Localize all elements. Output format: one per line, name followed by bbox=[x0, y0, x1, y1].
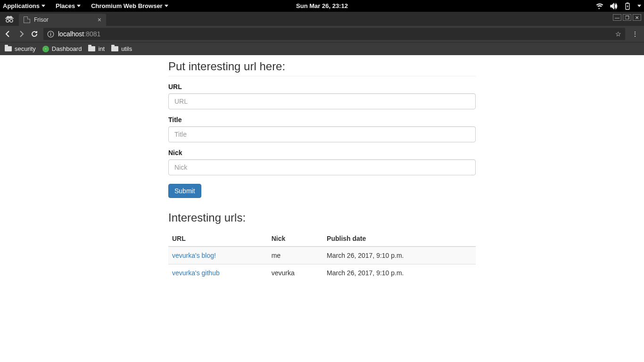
close-window-button[interactable]: ✕ bbox=[633, 14, 641, 21]
tab-title: Frisor bbox=[34, 16, 49, 23]
form-heading: Put interesting url here: bbox=[168, 60, 476, 73]
svg-point-3 bbox=[6, 19, 9, 22]
address-bar[interactable]: localhost:8081 ☆ bbox=[43, 28, 625, 40]
svg-rect-7 bbox=[50, 33, 51, 36]
col-date: Publish date bbox=[323, 231, 476, 247]
page-content: Put interesting url here: URL Title Nick… bbox=[0, 55, 644, 281]
active-app-menu[interactable]: Chromium Web Browser bbox=[91, 2, 168, 9]
browser-tab[interactable]: Frisor × bbox=[19, 14, 106, 26]
bookmark-label: Dashboard bbox=[52, 45, 82, 52]
table-header-row: URL Nick Publish date bbox=[168, 231, 476, 247]
chevron-down-icon bbox=[77, 5, 81, 7]
bookmark-utils[interactable]: utils bbox=[111, 45, 132, 52]
incognito-icon bbox=[0, 12, 19, 26]
browser-toolbar: localhost:8081 ☆ ⋮ bbox=[0, 26, 644, 42]
bookmark-dashboard[interactable]: · Dashboard bbox=[42, 45, 82, 52]
tab-strip: Frisor × — ❐ ✕ bbox=[0, 12, 644, 26]
nick-label: Nick bbox=[168, 149, 476, 156]
applications-menu[interactable]: Applications bbox=[3, 2, 45, 9]
col-nick: Nick bbox=[268, 231, 323, 247]
minimize-button[interactable]: — bbox=[613, 14, 621, 21]
info-icon bbox=[47, 31, 54, 38]
title-input[interactable] bbox=[168, 126, 476, 142]
col-url: URL bbox=[168, 231, 268, 247]
chevron-down-icon bbox=[41, 5, 45, 7]
browser-chrome: Frisor × — ❐ ✕ localhost:8081 ☆ ⋮ bbox=[0, 12, 644, 55]
clock-text: Sun Mar 26, 23:12 bbox=[296, 2, 348, 9]
page-icon bbox=[24, 16, 30, 23]
system-menu-chevron[interactable] bbox=[637, 5, 641, 7]
folder-icon bbox=[111, 46, 118, 51]
browser-menu-button[interactable]: ⋮ bbox=[630, 30, 640, 38]
table-row: vevurka's blog! me March 26, 2017, 9:10 … bbox=[168, 247, 476, 264]
active-app-label: Chromium Web Browser bbox=[91, 2, 162, 9]
form-group-title: Title bbox=[168, 116, 476, 142]
url-label: URL bbox=[168, 83, 476, 90]
clock[interactable]: Sun Mar 26, 23:12 bbox=[296, 2, 348, 9]
bookmark-security[interactable]: security bbox=[5, 45, 36, 52]
svg-point-4 bbox=[10, 19, 13, 22]
bookmark-int[interactable]: int bbox=[88, 45, 105, 52]
url-input[interactable] bbox=[168, 93, 476, 109]
url-host: localhost bbox=[58, 30, 84, 38]
nick-input[interactable] bbox=[168, 159, 476, 175]
dashboard-icon: · bbox=[42, 46, 49, 52]
list-heading: Interesting urls: bbox=[168, 211, 476, 224]
cell-date: March 26, 2017, 9:10 p.m. bbox=[323, 247, 476, 264]
bookmark-label: int bbox=[98, 45, 105, 52]
bookmarks-bar: security · Dashboard int utils bbox=[0, 42, 644, 55]
maximize-button[interactable]: ❐ bbox=[623, 14, 631, 21]
back-button[interactable] bbox=[4, 30, 12, 38]
reload-button[interactable] bbox=[30, 30, 39, 38]
svg-rect-1 bbox=[627, 2, 628, 3]
cell-date: March 26, 2017, 9:10 p.m. bbox=[323, 264, 476, 282]
bookmark-label: utils bbox=[121, 45, 132, 52]
title-label: Title bbox=[168, 116, 476, 123]
form-group-nick: Nick bbox=[168, 149, 476, 175]
svg-rect-2 bbox=[5, 18, 14, 19]
svg-point-6 bbox=[50, 32, 51, 33]
cell-nick: vevurka bbox=[268, 264, 323, 282]
tab-close-button[interactable]: × bbox=[98, 16, 101, 24]
battery-icon[interactable] bbox=[624, 2, 631, 10]
chevron-down-icon bbox=[165, 5, 168, 7]
applications-label: Applications bbox=[3, 2, 40, 9]
folder-icon bbox=[88, 46, 95, 51]
url-port: :8081 bbox=[84, 30, 100, 38]
divider bbox=[168, 76, 476, 76]
forward-button[interactable] bbox=[17, 30, 25, 38]
table-row: vevurka's github vevurka March 26, 2017,… bbox=[168, 264, 476, 282]
gnome-top-bar: Applications Places Chromium Web Browser… bbox=[0, 0, 644, 12]
url-link[interactable]: vevurka's blog! bbox=[172, 252, 216, 259]
bookmark-star-icon[interactable]: ☆ bbox=[615, 30, 621, 38]
places-menu[interactable]: Places bbox=[56, 2, 81, 9]
submit-button[interactable]: Submit bbox=[168, 184, 201, 198]
cell-nick: me bbox=[268, 247, 323, 264]
urls-table: URL Nick Publish date vevurka's blog! me… bbox=[168, 231, 476, 281]
folder-icon bbox=[5, 46, 12, 51]
window-controls: — ❐ ✕ bbox=[613, 14, 641, 21]
wifi-icon[interactable] bbox=[596, 3, 603, 9]
url-text: localhost:8081 bbox=[58, 30, 100, 38]
places-label: Places bbox=[56, 2, 75, 9]
form-group-url: URL bbox=[168, 83, 476, 109]
url-link[interactable]: vevurka's github bbox=[172, 269, 220, 277]
bookmark-label: security bbox=[15, 45, 36, 52]
volume-icon[interactable] bbox=[610, 3, 618, 9]
